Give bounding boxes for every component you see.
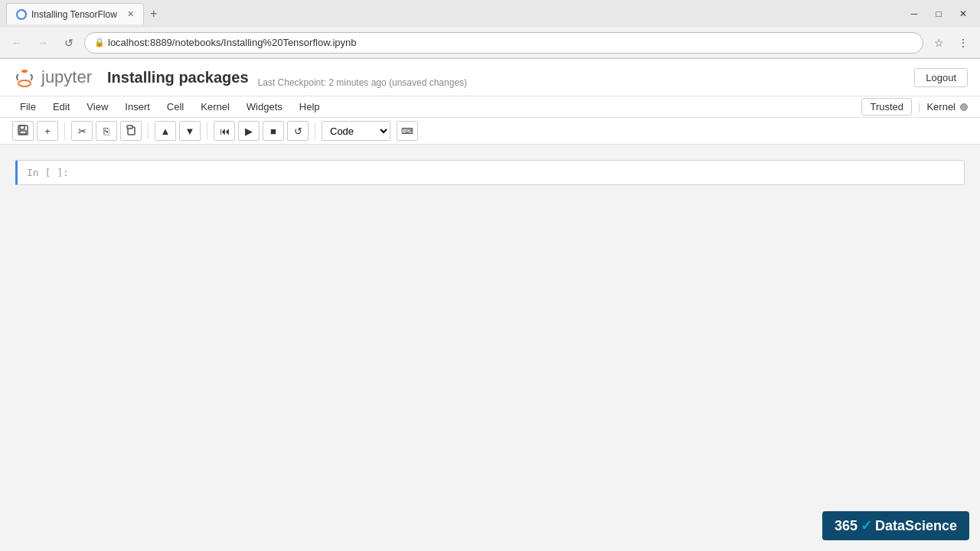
address-bar-row: ← → ↺ 🔒 localhost:8889/notebooks/Install…: [0, 28, 980, 58]
header-right: Logout: [914, 68, 968, 87]
stop-icon: ■: [270, 126, 276, 137]
window-controls: ─ □ ✕: [903, 3, 974, 24]
menu-file[interactable]: File: [12, 98, 44, 116]
browser-toolbar-right: ☆ ⋮: [928, 32, 974, 54]
tab-favicon: [16, 9, 27, 20]
keyboard-shortcuts-button[interactable]: ⌨: [397, 121, 418, 141]
cell-input[interactable]: [102, 161, 964, 184]
cut-icon: ✂: [78, 126, 87, 137]
menu-widgets[interactable]: Widgets: [239, 98, 290, 116]
new-tab-button[interactable]: +: [144, 7, 163, 21]
tab-close-btn[interactable]: ✕: [127, 9, 134, 19]
restart-button[interactable]: ↺: [287, 121, 309, 141]
browser-chrome: Installing TensorFlow ✕ + ─ □ ✕ ← → ↺ 🔒 …: [0, 0, 980, 59]
toolbar-separator-1: [64, 122, 65, 139]
menu-kernel[interactable]: Kernel: [193, 98, 237, 116]
copy-icon: ⎘: [103, 126, 109, 137]
add-cell-button[interactable]: +: [37, 121, 58, 141]
menu-view[interactable]: View: [79, 98, 116, 116]
svg-point-2: [21, 70, 28, 73]
active-tab[interactable]: Installing TensorFlow ✕: [6, 3, 144, 24]
menu-right: Trusted | Kernel: [861, 98, 968, 116]
back-button[interactable]: ←: [6, 32, 28, 54]
notebook-content: In [ ]:: [0, 145, 980, 551]
trusted-button[interactable]: Trusted: [861, 98, 912, 116]
jupyter-logo-text: jupyter: [41, 67, 92, 87]
kernel-status: Kernel: [926, 101, 968, 112]
svg-rect-4: [20, 126, 24, 129]
jupyter-header: jupyter Installing packages Last Checkpo…: [0, 59, 980, 96]
kernel-status-dot: [960, 103, 968, 111]
lock-icon: 🔒: [94, 37, 105, 47]
fast-back-icon: ⏮: [220, 126, 230, 137]
jupyter-logo-icon: [12, 65, 37, 90]
title-bar: Installing TensorFlow ✕ + ─ □ ✕: [0, 0, 980, 28]
menu-separator: |: [918, 101, 920, 112]
checkpoint-info: Last Checkpoint: 2 minutes ago (unsaved …: [258, 77, 468, 90]
notebook-toolbar: + ✂ ⎘ ▲ ▼ ⏮ ▶: [0, 118, 980, 145]
menu-bar: File Edit View Insert Cell Kernel Widget…: [0, 96, 980, 118]
save-icon: [18, 125, 28, 138]
menu-insert[interactable]: Insert: [117, 98, 158, 116]
paste-button[interactable]: [120, 121, 142, 141]
add-icon: +: [44, 126, 51, 137]
toolbar-separator-4: [315, 122, 315, 139]
jupyter-container: jupyter Installing packages Last Checkpo…: [0, 59, 980, 551]
reload-button[interactable]: ↺: [58, 32, 80, 54]
svg-point-1: [18, 80, 31, 86]
notebook-title: Installing packages: [107, 69, 249, 86]
maximize-button[interactable]: □: [928, 3, 949, 24]
stop-button[interactable]: ■: [263, 121, 284, 141]
tab-title: Installing TensorFlow: [31, 9, 117, 20]
menu-help[interactable]: Help: [292, 98, 328, 116]
restart-icon: ↺: [294, 126, 302, 137]
fast-back-button[interactable]: ⏮: [214, 121, 235, 141]
datascience-badge: 365 ✓ DataScience: [822, 511, 969, 540]
menu-edit[interactable]: Edit: [45, 98, 77, 116]
toolbar-separator-2: [148, 122, 149, 139]
toolbar-separator-3: [207, 122, 207, 139]
cell-type-select[interactable]: Code Markdown Raw NBConvert Heading: [322, 121, 390, 141]
close-button[interactable]: ✕: [952, 3, 974, 24]
menu-cell[interactable]: Cell: [159, 98, 191, 116]
cut-button[interactable]: ✂: [71, 121, 93, 141]
browser-menu-button[interactable]: ⋮: [952, 32, 974, 54]
cell-prompt: In [ ]:: [18, 161, 102, 184]
run-icon: ▶: [245, 126, 253, 137]
paste-icon: [126, 125, 136, 138]
url-text: localhost:8889/notebooks/Installing%20Te…: [108, 37, 913, 48]
bookmark-button[interactable]: ☆: [928, 32, 949, 54]
jupyter-logo: jupyter: [12, 65, 92, 90]
save-button[interactable]: [12, 121, 34, 141]
svg-rect-5: [20, 131, 26, 134]
move-up-button[interactable]: ▲: [155, 121, 176, 141]
run-button[interactable]: ▶: [238, 121, 260, 141]
move-down-button[interactable]: ▼: [179, 121, 201, 141]
badge-checkmark: ✓: [861, 517, 872, 534]
move-up-icon: ▲: [161, 126, 171, 137]
minimize-button[interactable]: ─: [903, 3, 925, 24]
address-bar[interactable]: 🔒 localhost:8889/notebooks/Installing%20…: [84, 32, 923, 54]
copy-button[interactable]: ⎘: [96, 121, 117, 141]
move-down-icon: ▼: [185, 126, 195, 137]
notebook-cell[interactable]: In [ ]:: [15, 160, 965, 185]
badge-prefix: 365: [835, 518, 858, 534]
logout-button[interactable]: Logout: [914, 68, 968, 87]
svg-rect-7: [127, 126, 132, 129]
kernel-name: Kernel: [926, 101, 956, 112]
badge-text: DataScience: [875, 518, 957, 534]
forward-button[interactable]: →: [32, 32, 54, 54]
keyboard-icon: ⌨: [401, 126, 413, 136]
